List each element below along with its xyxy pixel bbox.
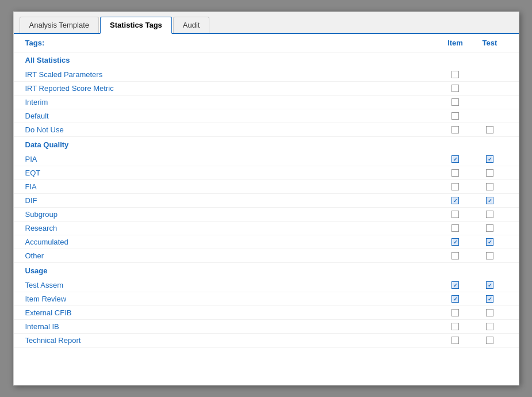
- table-row: Research: [14, 222, 519, 235]
- item-checkbox-1-0[interactable]: [438, 155, 473, 163]
- section-header-0: All Statistics: [14, 52, 519, 68]
- sections-container: All StatisticsIRT Scaled ParametersIRT R…: [14, 52, 519, 348]
- section-header-1: Data Quality: [14, 137, 519, 152]
- row-label-0-3: Default: [25, 112, 438, 120]
- tab-statistics-tags[interactable]: Statistics Tags: [100, 17, 172, 34]
- table-row: PIA: [14, 152, 519, 166]
- test-checkbox-1-4[interactable]: [473, 211, 507, 218]
- table-row: Internal IB: [14, 320, 519, 334]
- row-label-0-2: Interim: [25, 98, 438, 106]
- content-area: Tags: Item Test All StatisticsIRT Scaled…: [14, 34, 519, 385]
- test-checkbox-2-2[interactable]: [473, 309, 507, 316]
- item-checkbox-2-0[interactable]: [438, 281, 473, 289]
- item-checkbox-2-1[interactable]: [438, 295, 473, 303]
- row-label-1-5: Research: [25, 224, 438, 232]
- item-checkbox-1-5[interactable]: [438, 224, 473, 232]
- row-label-1-1: EQT: [25, 169, 438, 177]
- tab-analysis-template[interactable]: Analysis Template: [20, 17, 99, 33]
- tab-audit[interactable]: Audit: [173, 17, 210, 33]
- item-checkbox-1-4[interactable]: [438, 211, 473, 218]
- item-checkbox-2-4[interactable]: [438, 337, 473, 344]
- header-test: Test: [473, 39, 507, 47]
- item-checkbox-0-4[interactable]: [438, 126, 473, 133]
- test-checkbox-0-4[interactable]: [473, 126, 507, 133]
- row-label-1-4: Subgroup: [25, 210, 438, 219]
- test-checkbox-1-5[interactable]: [473, 224, 507, 232]
- item-checkbox-0-0[interactable]: [438, 71, 473, 78]
- test-checkbox-1-6[interactable]: [473, 238, 507, 246]
- item-checkbox-1-1[interactable]: [438, 169, 473, 177]
- table-row: Accumulated: [14, 235, 519, 249]
- section-header-2: Usage: [14, 263, 519, 278]
- row-label-1-7: Other: [25, 251, 438, 260]
- item-checkbox-1-2[interactable]: [438, 183, 473, 190]
- item-checkbox-1-3[interactable]: [438, 197, 473, 204]
- item-checkbox-1-6[interactable]: [438, 238, 473, 246]
- table-row: Technical Report: [14, 334, 519, 348]
- table-row: Other: [14, 249, 519, 263]
- item-checkbox-0-3[interactable]: [438, 112, 473, 120]
- item-checkbox-0-1[interactable]: [438, 85, 473, 92]
- row-label-1-0: PIA: [25, 155, 438, 163]
- header-item: Item: [438, 39, 473, 47]
- row-label-2-4: Technical Report: [25, 336, 438, 345]
- test-checkbox-2-1[interactable]: [473, 295, 507, 303]
- row-label-2-3: Internal IB: [25, 322, 438, 331]
- tab-bar: Analysis Template Statistics Tags Audit: [14, 12, 519, 34]
- item-checkbox-2-3[interactable]: [438, 323, 473, 330]
- test-checkbox-1-1[interactable]: [473, 169, 507, 177]
- table-row: IRT Scaled Parameters: [14, 68, 519, 82]
- row-label-0-4: Do Not Use: [25, 125, 438, 134]
- table-row: Default: [14, 109, 519, 123]
- row-label-2-1: Item Review: [25, 295, 438, 303]
- row-label-1-6: Accumulated: [25, 238, 438, 246]
- table-row: Subgroup: [14, 208, 519, 222]
- test-checkbox-1-2[interactable]: [473, 183, 507, 190]
- test-checkbox-1-3[interactable]: [473, 197, 507, 204]
- test-checkbox-2-0[interactable]: [473, 281, 507, 289]
- table-row: IRT Reported Score Metric: [14, 82, 519, 96]
- table-row: Do Not Use: [14, 123, 519, 137]
- row-label-0-1: IRT Reported Score Metric: [25, 84, 438, 93]
- test-checkbox-2-3[interactable]: [473, 323, 507, 330]
- item-checkbox-0-2[interactable]: [438, 98, 473, 106]
- row-label-2-0: Test Assem: [25, 281, 438, 289]
- table-header: Tags: Item Test: [14, 34, 519, 52]
- test-checkbox-2-4[interactable]: [473, 337, 507, 344]
- table-row: Test Assem: [14, 278, 519, 292]
- row-label-1-2: FIA: [25, 182, 438, 191]
- table-row: External CFIB: [14, 306, 519, 320]
- table-row: FIA: [14, 180, 519, 194]
- table-row: EQT: [14, 166, 519, 180]
- item-checkbox-1-7[interactable]: [438, 252, 473, 259]
- table-row: Item Review: [14, 292, 519, 306]
- row-label-0-0: IRT Scaled Parameters: [25, 70, 438, 79]
- test-checkbox-1-7[interactable]: [473, 252, 507, 259]
- table-row: DIF: [14, 194, 519, 208]
- main-window: Analysis Template Statistics Tags Audit …: [13, 12, 519, 385]
- header-tags: Tags:: [25, 39, 438, 47]
- row-label-2-2: External CFIB: [25, 308, 438, 317]
- row-label-1-3: DIF: [25, 196, 438, 205]
- test-checkbox-1-0[interactable]: [473, 155, 507, 163]
- item-checkbox-2-2[interactable]: [438, 309, 473, 316]
- table-row: Interim: [14, 96, 519, 109]
